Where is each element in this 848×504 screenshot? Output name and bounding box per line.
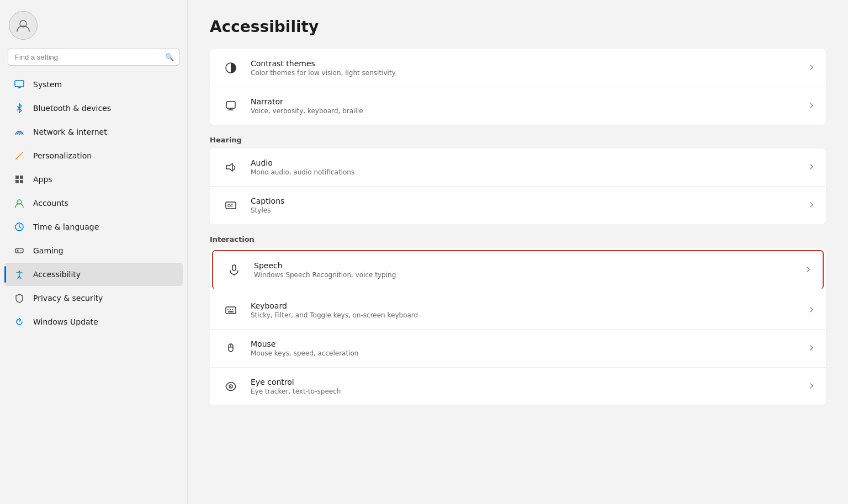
sidebar-item-system[interactable]: System xyxy=(4,73,183,96)
bluetooth-icon xyxy=(13,102,25,114)
sidebar-item-label-update: Windows Update xyxy=(33,317,98,326)
eye-control-desc: Eye tracker, text-to-speech xyxy=(251,388,798,395)
keyboard-text: KeyboardSticky, Filter, and Toggle keys,… xyxy=(251,301,798,319)
speech-text: SpeechWindows Speech Recognition, voice … xyxy=(254,261,795,279)
sidebar-item-label-apps: Apps xyxy=(33,175,52,184)
speech-chevron-icon xyxy=(805,266,812,274)
sidebar-item-accessibility[interactable]: Accessibility xyxy=(4,263,183,286)
avatar-area xyxy=(0,0,187,49)
svg-rect-27 xyxy=(232,265,236,270)
settings-item-keyboard[interactable]: KeyboardSticky, Filter, and Toggle keys,… xyxy=(210,291,826,330)
svg-rect-21 xyxy=(226,102,235,108)
speech-title: Speech xyxy=(254,261,795,270)
narrator-chevron-icon xyxy=(808,102,815,110)
speech-icon xyxy=(224,260,244,280)
keyboard-chevron-icon xyxy=(808,306,815,315)
search-input[interactable] xyxy=(8,49,179,66)
captions-title: Captions xyxy=(251,197,798,205)
svg-rect-29 xyxy=(226,307,236,314)
section-label-interaction: Interaction xyxy=(210,235,826,243)
settings-item-narrator[interactable]: NarratorVoice, verbosity, keyboard, brai… xyxy=(210,87,826,125)
svg-point-38 xyxy=(230,386,231,387)
sidebar-item-bluetooth[interactable]: Bluetooth & devices xyxy=(4,97,183,120)
settings-item-captions[interactable]: CCCaptionsStyles xyxy=(210,187,826,224)
gaming-icon xyxy=(13,245,25,257)
eye-control-chevron-icon xyxy=(808,383,815,391)
sidebar-item-label-system: System xyxy=(33,80,62,89)
system-icon xyxy=(13,78,25,91)
svg-line-13 xyxy=(19,227,21,228)
sidebar-item-privacy[interactable]: Privacy & security xyxy=(4,287,183,310)
audio-title: Audio xyxy=(251,158,798,167)
svg-line-5 xyxy=(16,152,23,159)
nav-list: SystemBluetooth & devicesNetwork & inter… xyxy=(0,72,187,334)
audio-text: AudioMono audio, audio notifications xyxy=(251,158,798,176)
svg-rect-1 xyxy=(15,81,24,87)
settings-item-mouse[interactable]: MouseMouse keys, speed, acceleration xyxy=(210,330,826,368)
svg-text:CC: CC xyxy=(227,204,233,208)
narrator-text: NarratorVoice, verbosity, keyboard, brai… xyxy=(251,97,798,115)
privacy-icon xyxy=(13,292,25,304)
captions-icon: CC xyxy=(221,195,241,215)
mouse-text: MouseMouse keys, speed, acceleration xyxy=(251,339,798,357)
sidebar-item-update[interactable]: Windows Update xyxy=(4,310,183,333)
apps-icon xyxy=(13,173,25,185)
svg-point-4 xyxy=(19,134,20,135)
contrast-themes-icon xyxy=(221,58,241,78)
keyboard-desc: Sticky, Filter, and Toggle keys, on-scre… xyxy=(251,311,798,319)
audio-chevron-icon xyxy=(808,163,815,172)
svg-point-18 xyxy=(20,250,22,251)
contrast-themes-title: Contrast themes xyxy=(251,59,798,68)
search-box[interactable]: 🔍 xyxy=(8,49,179,66)
eye-control-text: Eye controlEye tracker, text-to-speech xyxy=(251,378,798,395)
section-group: SpeechWindows Speech Recognition, voice … xyxy=(210,248,826,405)
sidebar-item-personalization[interactable]: Personalization xyxy=(4,144,183,167)
time-icon xyxy=(13,221,25,233)
captions-chevron-icon xyxy=(808,201,815,210)
accounts-icon xyxy=(13,197,25,209)
mouse-desc: Mouse keys, speed, acceleration xyxy=(251,349,798,357)
keyboard-icon xyxy=(221,300,241,320)
sections-container: Contrast themesColor themes for low visi… xyxy=(210,49,826,405)
svg-point-19 xyxy=(19,270,20,272)
sidebar: 🔍 SystemBluetooth & devicesNetwork & int… xyxy=(0,0,188,504)
keyboard-title: Keyboard xyxy=(251,301,798,310)
section-group: Contrast themesColor themes for low visi… xyxy=(210,49,826,125)
settings-item-contrast-themes[interactable]: Contrast themesColor themes for low visi… xyxy=(210,49,826,87)
settings-item-eye-control[interactable]: Eye controlEye tracker, text-to-speech xyxy=(210,368,826,405)
svg-rect-7 xyxy=(20,176,23,179)
narrator-icon xyxy=(221,96,241,116)
contrast-themes-text: Contrast themesColor themes for low visi… xyxy=(251,59,798,77)
eye-control-title: Eye control xyxy=(251,378,798,386)
sidebar-item-accounts[interactable]: Accounts xyxy=(4,192,183,215)
mouse-title: Mouse xyxy=(251,339,798,348)
sidebar-item-label-gaming: Gaming xyxy=(33,246,63,255)
sidebar-item-network[interactable]: Network & internet xyxy=(4,120,183,144)
sidebar-item-label-privacy: Privacy & security xyxy=(33,294,103,303)
search-icon: 🔍 xyxy=(165,53,174,61)
contrast-themes-desc: Color themes for low vision, light sensi… xyxy=(251,69,798,77)
sidebar-item-label-bluetooth: Bluetooth & devices xyxy=(33,104,111,113)
settings-item-speech[interactable]: SpeechWindows Speech Recognition, voice … xyxy=(212,250,824,289)
personalization-icon xyxy=(13,150,25,162)
page-title: Accessibility xyxy=(210,18,826,36)
update-icon xyxy=(13,316,25,328)
svg-rect-14 xyxy=(15,248,23,253)
sidebar-item-label-network: Network & internet xyxy=(33,128,107,136)
sidebar-item-label-accessibility: Accessibility xyxy=(33,270,81,279)
narrator-title: Narrator xyxy=(251,97,798,106)
network-icon xyxy=(13,126,25,138)
sidebar-item-label-personalization: Personalization xyxy=(33,151,92,160)
sidebar-item-time[interactable]: Time & language xyxy=(4,215,183,238)
svg-rect-9 xyxy=(20,180,23,183)
sidebar-item-label-accounts: Accounts xyxy=(33,199,68,208)
sidebar-item-gaming[interactable]: Gaming xyxy=(4,239,183,262)
section-group: AudioMono audio, audio notificationsCCCa… xyxy=(210,148,826,224)
sidebar-item-label-time: Time & language xyxy=(33,222,99,231)
sidebar-item-apps[interactable]: Apps xyxy=(4,168,183,191)
settings-item-audio[interactable]: AudioMono audio, audio notifications xyxy=(210,148,826,187)
section-label-hearing: Hearing xyxy=(210,136,826,144)
svg-rect-6 xyxy=(15,176,19,179)
avatar[interactable] xyxy=(9,11,38,40)
audio-desc: Mono audio, audio notifications xyxy=(251,168,798,176)
